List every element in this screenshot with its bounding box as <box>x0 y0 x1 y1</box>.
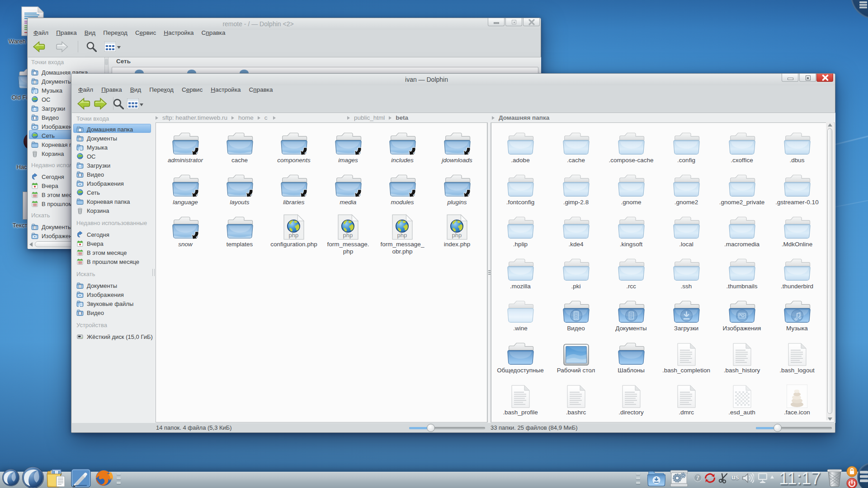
svg-text:7: 7 <box>696 475 699 481</box>
